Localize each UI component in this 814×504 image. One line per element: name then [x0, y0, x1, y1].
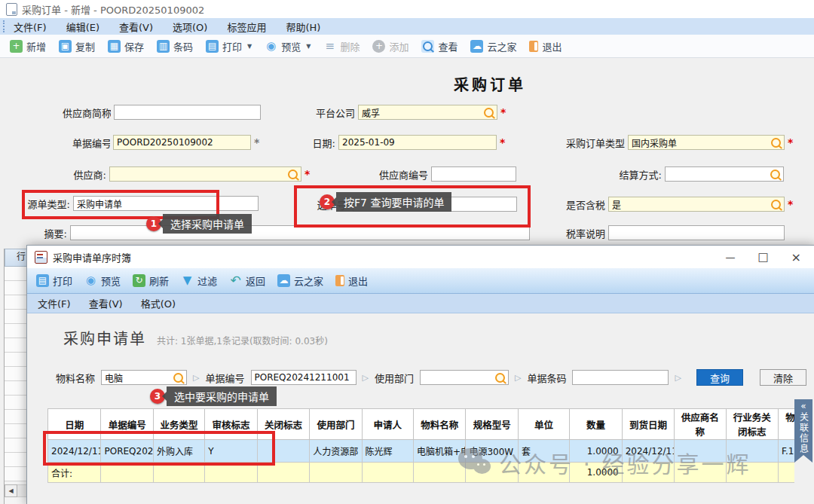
menu-options[interactable]: 选项(O) [173, 20, 207, 34]
barcode-filter-input[interactable] [572, 370, 669, 385]
exit-button[interactable]: 退出 [525, 38, 565, 55]
append-button[interactable]: +添加 [369, 38, 412, 55]
col-department[interactable]: 使用部门 [310, 409, 362, 440]
col-qty[interactable]: 数量 [570, 409, 622, 440]
view-button[interactable]: 查看 [418, 38, 461, 55]
back-button[interactable]: ↶返回 [229, 273, 265, 288]
expand-arrow-icon[interactable]: ▷ [515, 373, 521, 383]
caret-down-icon[interactable]: ▼ [306, 43, 311, 50]
lookup-icon[interactable] [484, 108, 494, 118]
print-button[interactable]: ▤打印 [36, 273, 72, 288]
horizontal-scrollbar[interactable]: ◀ [5, 484, 28, 497]
cloudhub-button[interactable]: ☁云之家 [277, 273, 323, 288]
field-label: 结算方式: [615, 167, 662, 182]
save-icon: ▦ [108, 40, 121, 53]
filter-label: 使用部门 [375, 371, 414, 385]
doc-no-filter-input[interactable]: POREQ20241211001 [251, 370, 357, 385]
department-filter-input[interactable] [420, 370, 509, 385]
settlement-input[interactable] [665, 166, 784, 182]
preview-icon: ◉ [84, 274, 97, 287]
window-titlebar: 采购订单 - 新增 - POORD20250109002 [0, 0, 814, 18]
caret-down-icon[interactable]: ▼ [247, 43, 252, 50]
col-line-close-flag[interactable]: 行业务关闭标志 [726, 409, 778, 440]
col-unit[interactable]: 单位 [518, 409, 569, 440]
field-tax-note: 税率说明 [560, 225, 785, 241]
scroll-left-icon[interactable]: ◀ [5, 484, 17, 497]
lookup-icon[interactable] [771, 200, 781, 209]
required-marker: * [500, 136, 505, 148]
col-spec[interactable]: 规格型号 [466, 409, 518, 440]
field-supplier-short: 供应商简称 [63, 104, 261, 121]
list-title: 采购申请单 [63, 327, 146, 349]
col-applicant[interactable]: 申请人 [362, 409, 413, 440]
document-icon [6, 3, 17, 16]
menu-help[interactable]: 帮助(H) [286, 20, 320, 34]
popup-title: 采购申请单序时簿 [53, 250, 131, 264]
filter-label: 单据条码 [527, 371, 566, 385]
new-button[interactable]: +新增 [6, 38, 50, 55]
menu-file[interactable]: 文件(F) [38, 296, 71, 310]
highlight-box-table-row [43, 431, 275, 466]
clear-button[interactable]: 清除 [760, 369, 806, 386]
preview-button[interactable]: ◉预览 [84, 273, 121, 288]
delete-button[interactable]: ≡删除 [320, 38, 363, 55]
col-material-name[interactable]: 物料名称 [414, 409, 466, 440]
refresh-button[interactable]: ↻刷新 [133, 273, 169, 288]
platform-company-input[interactable]: 威孚 [358, 105, 497, 120]
menu-view[interactable]: 查看(V) [119, 20, 153, 34]
tax-included-input[interactable]: 是 [608, 197, 785, 212]
date-input[interactable]: 2025-01-09 [338, 135, 497, 150]
menu-format[interactable]: 格式(O) [141, 296, 176, 310]
lookup-icon[interactable] [495, 373, 505, 383]
lookup-icon[interactable] [771, 138, 781, 148]
menu-edit[interactable]: 编辑(E) [66, 20, 99, 34]
menu-label-app[interactable]: 标签应用 [227, 20, 266, 34]
order-type-input[interactable]: 国内采购单 [628, 135, 785, 150]
maximize-icon[interactable]: □ [757, 250, 768, 264]
save-button[interactable]: ▦保存 [104, 38, 148, 55]
required-marker: * [500, 106, 506, 118]
expand-arrow-icon[interactable]: ▷ [193, 373, 199, 383]
query-button[interactable]: 查询 [696, 369, 743, 386]
app-window: 采购订单 - 新增 - POORD20250109002 文件(F) 编辑(E)… [0, 0, 814, 504]
field-order-type: 采购订单类型 国内采购单 * [560, 134, 793, 151]
expand-arrow-icon[interactable]: ▷ [675, 373, 681, 383]
doc-no-input[interactable]: POORD20250109002 [113, 135, 251, 150]
filter-button[interactable]: ▼过滤 [181, 273, 217, 288]
material-name-filter-input[interactable]: 电脑 [101, 370, 187, 385]
related-info-tab[interactable]: « 关联信息 [794, 399, 812, 463]
close-icon[interactable]: × [791, 250, 801, 264]
lookup-icon[interactable] [288, 170, 298, 179]
tax-note-input[interactable] [608, 225, 785, 240]
field-label: 供应商: [63, 167, 106, 182]
lookup-icon[interactable] [770, 170, 780, 179]
required-marker: * [788, 198, 793, 210]
field-label: 是否含税 [560, 197, 605, 212]
callout-2: 2 按F7 查询要申请的单 [320, 192, 451, 212]
filter-row: 物料名称 电脑 ▷ 单据编号 POREQ20241211001 ▷ 使用部门 ▷… [56, 369, 806, 386]
lookup-icon[interactable] [173, 373, 183, 383]
col-supplier-name[interactable]: 供应商名称 [675, 409, 726, 440]
menu-file[interactable]: 文件(F) [14, 20, 47, 34]
col-material-code[interactable]: 物料长代码 [778, 409, 794, 440]
summary-input[interactable] [70, 225, 530, 240]
back-icon: ↶ [229, 274, 242, 287]
cloud-icon: ☁ [470, 40, 483, 53]
exit-button[interactable]: 退出 [335, 273, 368, 288]
totals-qty: 1.0000 [570, 463, 622, 483]
col-delivery-date[interactable]: 到货日期 [622, 409, 674, 440]
menu-view[interactable]: 查看(V) [89, 296, 123, 310]
grid-row-header: 行 [5, 249, 28, 267]
supplier-input[interactable] [109, 166, 301, 182]
barcode-button[interactable]: ▥条码 [153, 38, 197, 55]
print-button[interactable]: ▤打印▼ [202, 38, 256, 55]
minimize-icon[interactable]: — [725, 252, 735, 263]
cloud-icon: ☁ [277, 274, 290, 287]
cloudhub-button[interactable]: ☁云之家 [467, 38, 520, 55]
supplier-no-input[interactable] [431, 166, 516, 182]
preview-button[interactable]: ◉预览▼ [261, 38, 314, 55]
supplier-short-input[interactable] [114, 105, 261, 120]
copy-button[interactable]: ▣复制 [55, 38, 99, 55]
expand-arrow-icon[interactable]: ▷ [363, 373, 369, 383]
field-label: 供应商编号 [375, 167, 428, 182]
